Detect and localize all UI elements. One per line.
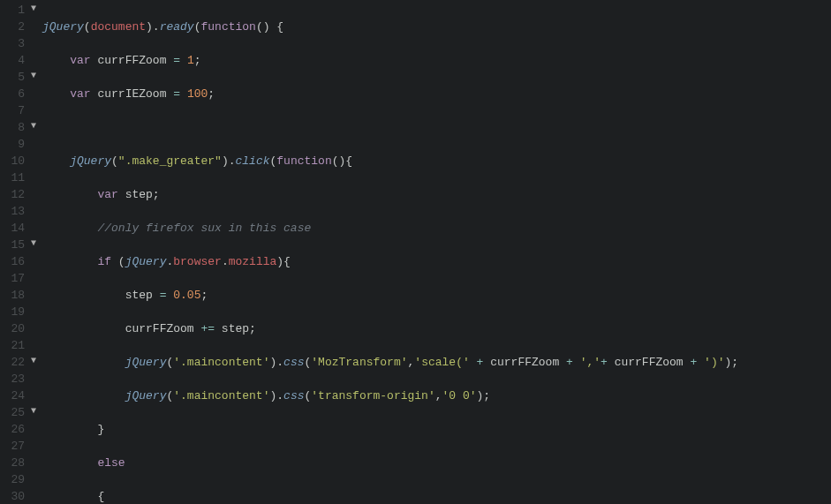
line-number: 25▼	[0, 404, 37, 421]
line-number: 1▼	[0, 2, 37, 19]
fold-marker-icon[interactable]: ▼	[31, 4, 36, 13]
line-number: 6	[0, 86, 37, 102]
line-number: 24	[0, 387, 37, 404]
line-number-gutter: 1▼ 2 3 4 5▼ 6 7 8▼ 9 10 11 12 13 14 15▼ …	[0, 0, 37, 504]
code-line[interactable]: jQuery('.maincontent').css('transform-or…	[42, 387, 738, 404]
line-number: 15▼	[0, 237, 37, 253]
code-line[interactable]: var step;	[42, 186, 738, 203]
line-number: 2	[0, 19, 37, 35]
line-number: 18	[0, 287, 37, 304]
line-number: 5▼	[0, 69, 37, 86]
code-line[interactable]: {	[42, 488, 738, 504]
line-number: 10	[0, 153, 37, 169]
code-editor[interactable]: jQuery(document).ready(function() { var …	[37, 0, 738, 504]
line-number: 12	[0, 186, 37, 203]
line-number: 8▼	[0, 119, 37, 136]
line-number: 11	[0, 169, 37, 186]
line-number: 4	[0, 52, 37, 69]
code-line[interactable]: }	[42, 421, 738, 438]
line-number: 28	[0, 455, 37, 471]
code-line[interactable]: var currFFZoom = 1;	[42, 52, 738, 69]
line-number: 22▼	[0, 354, 37, 371]
fold-marker-icon[interactable]: ▼	[31, 357, 36, 365]
line-number: 16	[0, 253, 37, 270]
fold-marker-icon[interactable]: ▼	[31, 407, 36, 416]
line-number: 7	[0, 102, 37, 119]
line-number: 17	[0, 270, 37, 287]
code-line[interactable]: jQuery(document).ready(function() {	[42, 19, 738, 35]
line-number: 13	[0, 203, 37, 220]
code-line[interactable]: jQuery('.maincontent').css('MozTransform…	[42, 354, 738, 371]
line-number: 21	[0, 337, 37, 354]
line-number: 20	[0, 320, 37, 337]
code-line[interactable]	[42, 119, 738, 136]
line-number: 9	[0, 136, 37, 153]
code-line[interactable]: currFFZoom += step;	[42, 320, 738, 337]
line-number: 27	[0, 438, 37, 455]
line-number: 3	[0, 35, 37, 52]
line-number: 19	[0, 304, 37, 320]
code-line[interactable]: jQuery(".make_greater").click(function()…	[42, 153, 738, 169]
line-number: 29	[0, 471, 37, 488]
code-line[interactable]: step = 0.05;	[42, 287, 738, 304]
line-number: 14	[0, 220, 37, 237]
code-line[interactable]: if (jQuery.browser.mozilla){	[42, 253, 738, 270]
code-line[interactable]: else	[42, 455, 738, 471]
line-number: 26	[0, 421, 37, 438]
line-number: 30	[0, 488, 37, 504]
line-number: 23	[0, 371, 37, 387]
fold-marker-icon[interactable]: ▼	[31, 239, 36, 248]
fold-marker-icon[interactable]: ▼	[31, 71, 36, 80]
code-line[interactable]: var currIEZoom = 100;	[42, 86, 738, 102]
fold-marker-icon[interactable]: ▼	[31, 122, 36, 131]
code-line[interactable]: //only firefox sux in this case	[42, 220, 738, 237]
